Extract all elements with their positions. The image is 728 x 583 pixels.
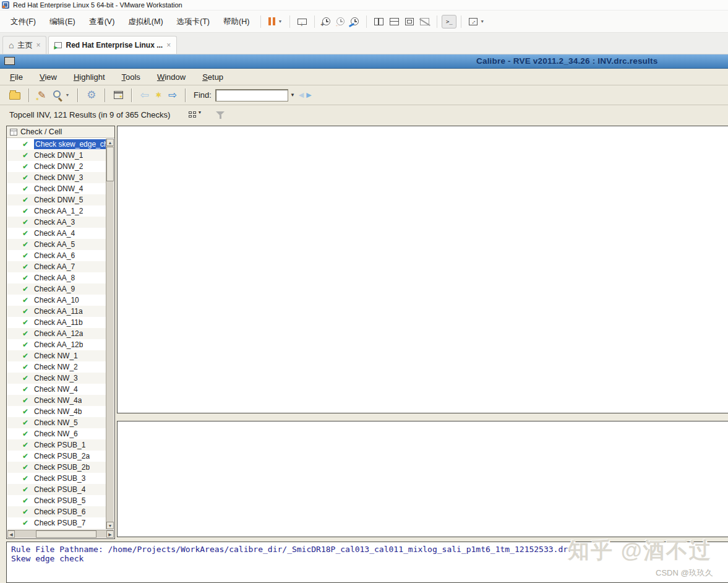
fullscreen-button[interactable]	[402, 13, 417, 30]
check-item[interactable]: ✔Check skew_edge_check	[7, 139, 114, 150]
scroll-down-icon[interactable]: ▼	[106, 522, 114, 529]
check-item[interactable]: ✔Check NW_4a	[7, 395, 114, 406]
check-item[interactable]: ✔Check NW_4	[7, 384, 114, 395]
check-item[interactable]: ✔Check PSUB_4	[7, 484, 114, 495]
menu-window[interactable]: Window	[157, 72, 186, 82]
close-icon[interactable]: ×	[166, 41, 171, 50]
check-item[interactable]: ✔Check AA_9	[7, 283, 114, 295]
scrollbar-thumb[interactable]	[106, 147, 114, 181]
vmware-menu-view[interactable]: 查看(V)	[82, 11, 122, 33]
zoom-to-highlight-button[interactable]: ▼	[49, 87, 72, 103]
tab-home[interactable]: ⌂ 主页 ×	[2, 36, 46, 54]
show-library-button[interactable]	[371, 13, 387, 30]
check-item[interactable]: ✔Check AA_8	[7, 272, 114, 283]
find-next-icon[interactable]: ▶	[306, 91, 311, 99]
check-item[interactable]: ✔Check PSUB_6	[7, 506, 114, 517]
check-item[interactable]: ✔Check PSUB_5	[7, 495, 114, 506]
scroll-right-icon[interactable]: ▶	[106, 530, 114, 538]
check-item-label: Check AA_12a	[34, 329, 83, 338]
check-item[interactable]: ✔Check NW_2	[7, 361, 114, 373]
check-item[interactable]: ✔Check PSUB_8	[7, 529, 114, 529]
check-pass-icon: ✔	[22, 464, 28, 471]
send-ctrl-alt-del-button[interactable]	[294, 13, 310, 30]
check-item[interactable]: ✔Check PSUB_3	[7, 473, 114, 484]
calibre-titlebar[interactable]: Calibre - RVE v2011.2_34.26 : INV.drc.re…	[0, 54, 728, 69]
find-input[interactable]	[215, 89, 288, 101]
previous-result-button[interactable]: ⇦	[137, 87, 152, 103]
pause-button[interactable]: ▼	[265, 13, 285, 30]
vmware-menu-vm[interactable]: 虚拟机(M)	[121, 11, 169, 33]
tab-vm-rhel[interactable]: Red Hat Enterprise Linux ... ×	[48, 36, 177, 54]
close-icon[interactable]: ×	[36, 41, 40, 50]
snapshot-manager-button[interactable]	[348, 13, 362, 30]
check-item[interactable]: ✔Check PSUB_2b	[7, 462, 114, 473]
highlight-current-button[interactable]: ✶	[152, 87, 165, 103]
menu-setup[interactable]: Setup	[202, 72, 223, 82]
check-item[interactable]: ✔Check AA_3	[7, 217, 114, 228]
check-item[interactable]: ✔Check AA_7	[7, 261, 114, 272]
take-snapshot-button[interactable]: +	[319, 13, 333, 30]
check-item[interactable]: ✔Check NW_4b	[7, 406, 114, 417]
scroll-left-icon[interactable]: ◀	[7, 530, 15, 538]
check-item[interactable]: ✔Check AA_10	[7, 295, 114, 306]
unity-button[interactable]	[417, 13, 432, 30]
results-geometry-panel[interactable]	[117, 421, 728, 537]
check-item[interactable]: ✔Check DNW_5	[7, 194, 114, 205]
options-button[interactable]: ⚙	[84, 87, 99, 103]
window-menu-icon[interactable]	[4, 57, 15, 65]
chevron-down-icon[interactable]: ▼	[197, 110, 202, 114]
check-pass-icon: ✔	[22, 174, 28, 181]
check-item[interactable]: ✔Check DNW_1	[7, 150, 114, 161]
tree-header[interactable]: Check / Cell	[7, 126, 114, 138]
vmware-menu-file[interactable]: 文件(F)	[4, 11, 43, 33]
check-pass-icon: ✔	[22, 163, 28, 170]
console-view-button[interactable]: >_	[442, 15, 456, 28]
show-results-window-button[interactable]	[111, 87, 126, 103]
view-mode-button[interactable]	[189, 111, 196, 118]
menu-highlight[interactable]: Highlight	[74, 72, 105, 82]
tree-vertical-scrollbar[interactable]: ▲ ▼	[106, 139, 114, 529]
revert-snapshot-button[interactable]: ←	[333, 13, 348, 30]
send-key-icon	[298, 19, 307, 25]
stretch-guest-button[interactable]: ↔ ▼	[466, 13, 487, 30]
check-item-label: Check AA_8	[34, 274, 75, 282]
vmware-menu-tabs[interactable]: 选项卡(T)	[170, 11, 216, 33]
check-item[interactable]: ✔Check DNW_4	[7, 183, 114, 194]
vmware-menu-edit[interactable]: 编辑(E)	[43, 11, 82, 33]
check-item[interactable]: ✔Check AA_4	[7, 228, 114, 239]
check-item[interactable]: ✔Check AA_12b	[7, 339, 114, 350]
check-item[interactable]: ✔Check NW_5	[7, 417, 114, 428]
menu-file[interactable]: File	[10, 72, 23, 82]
find-previous-icon[interactable]: ◀	[299, 91, 304, 99]
tree-horizontal-scrollbar[interactable]: ◀ ▶	[7, 530, 114, 538]
check-item[interactable]: ✔Check PSUB_7	[7, 517, 114, 529]
check-item[interactable]: ✔Check PSUB_2a	[7, 451, 114, 462]
check-item-label: Check PSUB_5	[34, 496, 85, 505]
results-detail-panel[interactable]	[117, 126, 728, 413]
vmware-menu-help[interactable]: 帮助(H)	[216, 11, 256, 33]
check-item[interactable]: ✔Check AA_12a	[7, 328, 114, 339]
check-item[interactable]: ✔Check PSUB_1	[7, 439, 114, 451]
check-item[interactable]: ✔Check AA_6	[7, 250, 114, 261]
highlight-button[interactable]: ✎	[35, 87, 49, 103]
check-item[interactable]: ✔Check DNW_2	[7, 161, 114, 172]
menu-tools[interactable]: Tools	[122, 72, 140, 82]
scroll-up-icon[interactable]: ▲	[106, 139, 114, 146]
check-item[interactable]: ✔Check AA_1_2	[7, 205, 114, 217]
open-file-button[interactable]	[6, 87, 24, 103]
find-history-dropdown-icon[interactable]: ▼	[290, 92, 295, 98]
snapshot-add-icon: +	[322, 17, 330, 25]
check-item[interactable]: ✔Check NW_1	[7, 350, 114, 361]
filter-icon[interactable]	[215, 110, 225, 119]
check-item[interactable]: ✔Check NW_6	[7, 428, 114, 439]
check-item[interactable]: ✔Check DNW_3	[7, 172, 114, 183]
check-item[interactable]: ✔Check AA_5	[7, 239, 114, 250]
check-item[interactable]: ✔Check AA_11a	[7, 306, 114, 317]
check-item[interactable]: ✔Check AA_11b	[7, 317, 114, 328]
check-pass-icon: ✔	[22, 408, 28, 415]
check-item[interactable]: ✔Check NW_3	[7, 373, 114, 384]
scrollbar-thumb[interactable]	[36, 530, 96, 538]
show-thumbnail-bar-button[interactable]	[387, 13, 402, 30]
menu-view[interactable]: View	[40, 72, 57, 82]
next-result-button[interactable]: ⇨	[165, 87, 180, 103]
